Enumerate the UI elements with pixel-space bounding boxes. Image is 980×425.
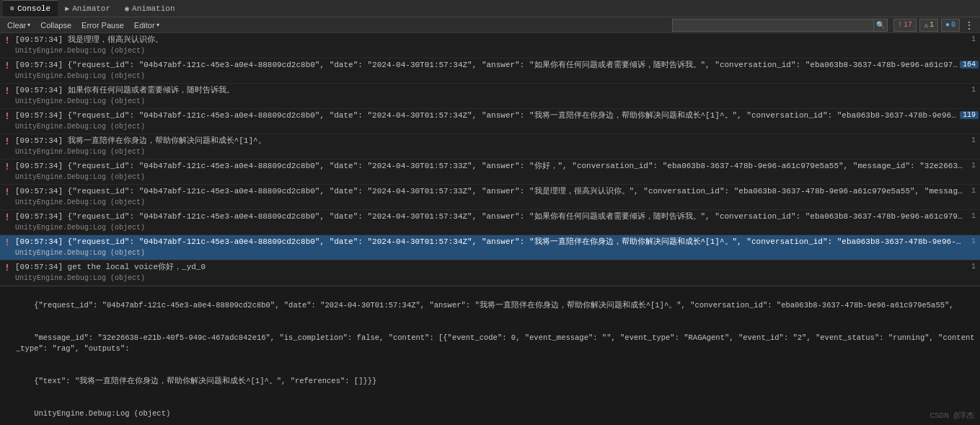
log-count: 1 xyxy=(964,237,979,245)
log-line1: [09:57:34] 我将一直陪伴在你身边，帮助你解决问题和成长^[1]^。 xyxy=(15,135,964,146)
error-icon: ! xyxy=(1,161,13,172)
log-count: 1 xyxy=(964,212,979,220)
log-content: [09:57:34] {"request_id": "04b47abf-121c… xyxy=(15,185,964,209)
error-badge-icon: ! xyxy=(898,21,902,29)
more-button[interactable]: ⋮ xyxy=(961,17,977,33)
log-count: 1 xyxy=(964,162,979,170)
log-entry[interactable]: ![09:57:34] {"request_id": "04b47abf-121… xyxy=(0,109,980,134)
log-container: ![09:57:34] 我是理理，很高兴认识你。UnityEngine.Debu… xyxy=(0,33,980,286)
error-pause-label: Error Pause xyxy=(81,21,124,30)
animator-icon: ▶ xyxy=(65,4,69,13)
log-line2: UnityEngine.Debug:Log (object) xyxy=(15,71,960,82)
log-entry[interactable]: ![09:57:34] {"request_id": "04b47abf-121… xyxy=(0,159,980,185)
tab-animator[interactable]: ▶ Animator xyxy=(58,0,118,17)
error-icon: ! xyxy=(1,85,13,97)
clear-caret: ▾ xyxy=(27,22,30,28)
log-line1: [09:57:34] {"request_id": "04b47abf-121c… xyxy=(15,185,964,197)
badge-group: ! 17 ⚠ 1 ● 0 xyxy=(893,19,960,32)
log-line2: UnityEngine.Debug:Log (object) xyxy=(15,96,964,108)
log-line1: [09:57:34] get the local voice你好，_yd_0 xyxy=(15,261,964,273)
error-icon: ! xyxy=(1,237,13,248)
clear-label: Clear xyxy=(7,21,26,30)
tab-bar: ≡ Console ▶ Animator ◉ Animation xyxy=(0,0,980,17)
log-entry[interactable]: ![09:57:34] get the local voice你好，_yd_0U… xyxy=(0,260,980,286)
error-icon: ! xyxy=(1,110,13,122)
log-line1: [09:57:34] 如果你有任何问题或者需要倾诉，随时告诉我。 xyxy=(15,84,964,96)
log-content: [09:57:34] {"request_id": "04b47abf-121c… xyxy=(15,236,964,259)
tab-animator-label: Animator xyxy=(72,4,110,13)
log-count: 1 xyxy=(964,86,979,94)
log-entry[interactable]: ![09:57:34] {"request_id": "04b47abf-121… xyxy=(0,235,980,260)
collapse-label: Collapse xyxy=(40,21,71,30)
error-icon: ! xyxy=(1,186,13,198)
search-icon: 🔍 xyxy=(874,19,888,32)
warn-badge[interactable]: ⚠ 1 xyxy=(919,19,938,32)
tab-animation[interactable]: ◉ Animation xyxy=(118,0,182,17)
log-content: [09:57:34] 我是理理，很高兴认识你。UnityEngine.Debug… xyxy=(15,34,964,57)
detail-text2: "message_id": "32e26638-e21b-40f5-949c-4… xyxy=(16,333,975,353)
error-icon: ! xyxy=(1,211,13,223)
log-line1: [09:57:34] {"request_id": "04b47abf-121c… xyxy=(15,160,964,172)
info-badge-count: 0 xyxy=(951,21,955,29)
log-line2: UnityEngine.Debug:Log (object) xyxy=(15,247,964,259)
log-count: 1 xyxy=(964,35,979,43)
log-line1: [09:57:34] {"request_id": "04b47abf-121c… xyxy=(15,59,960,71)
log-entry[interactable]: ![09:57:34] {"request_id": "04b47abf-121… xyxy=(0,210,980,235)
info-badge[interactable]: ● 0 xyxy=(941,19,960,32)
error-pause-button[interactable]: Error Pause xyxy=(77,18,128,32)
log-entry[interactable]: ![09:57:34] {"request_id": "04b47abf-121… xyxy=(0,185,980,210)
console-body: ![09:57:34] 我是理理，很高兴认识你。UnityEngine.Debu… xyxy=(0,33,980,425)
log-content: [09:57:34] {"request_id": "04b47abf-121c… xyxy=(15,211,964,234)
detail-text1: {"request_id": "04b47abf-121c-45e3-a0e4-… xyxy=(34,301,953,310)
editor-label: Editor xyxy=(134,21,155,30)
log-entry[interactable]: ![09:57:34] 如果你有任何问题或者需要倾诉，随时告诉我。UnityEn… xyxy=(0,84,980,109)
log-line2: UnityEngine.Debug:Log (object) xyxy=(15,45,964,57)
error-badge[interactable]: ! 17 xyxy=(893,19,917,32)
log-count: 164 xyxy=(960,61,979,69)
error-badge-count: 17 xyxy=(904,21,912,29)
log-line2: UnityEngine.Debug:Log (object) xyxy=(15,273,964,284)
log-content: [09:57:34] get the local voice你好，_yd_0Un… xyxy=(15,261,964,284)
log-count: 1 xyxy=(964,187,979,195)
warn-badge-icon: ⚠ xyxy=(924,21,928,30)
detail-text3: {"text": "我将一直陪伴在你身边，帮助你解决问题和成长^[1]^。", … xyxy=(34,377,376,385)
log-count: 119 xyxy=(960,111,979,119)
console-icon: ≡ xyxy=(10,5,14,13)
log-content: [09:57:34] 我将一直陪伴在你身边，帮助你解决问题和成长^[1]^。Un… xyxy=(15,135,964,158)
log-count: 1 xyxy=(964,263,979,271)
log-line2: UnityEngine.Debug:Log (object) xyxy=(15,146,964,158)
log-content: [09:57:34] 如果你有任何问题或者需要倾诉，随时告诉我。UnityEng… xyxy=(15,84,964,108)
error-icon: ! xyxy=(1,262,13,273)
tab-console-label: Console xyxy=(17,4,50,13)
detail-text4: UnityEngine.Debug:Log (object) xyxy=(34,409,170,418)
log-line1: [09:57:34] {"request_id": "04b47abf-121c… xyxy=(15,236,964,247)
log-entry[interactable]: ![09:57:34] 我是理理，很高兴认识你。UnityEngine.Debu… xyxy=(0,33,980,58)
editor-button[interactable]: Editor ▾ xyxy=(130,18,164,32)
info-badge-icon: ● xyxy=(945,21,950,29)
log-line2: UnityEngine.Debug:Log (object) xyxy=(15,121,960,133)
toolbar: Clear ▾ Collapse Error Pause Editor ▾ 🔍 … xyxy=(0,17,980,33)
detail-box: {"request_id": "04b47abf-121c-45e3-a0e4-… xyxy=(0,286,980,425)
log-entry[interactable]: ![09:57:34] 我将一直陪伴在你身边，帮助你解决问题和成长^[1]^。U… xyxy=(0,134,980,159)
error-icon: ! xyxy=(1,35,13,46)
log-line2: UnityEngine.Debug:Log (object) xyxy=(15,172,964,183)
editor-caret: ▾ xyxy=(156,22,159,28)
tab-console[interactable]: ≡ Console xyxy=(3,0,58,17)
animation-icon: ◉ xyxy=(125,4,129,13)
watermark: CSDN @淳杰 xyxy=(930,410,974,421)
log-line2: UnityEngine.Debug:Log (object) xyxy=(15,222,964,234)
tab-animation-label: Animation xyxy=(132,4,175,13)
log-line1: [09:57:34] {"request_id": "04b47abf-121c… xyxy=(15,211,964,222)
collapse-button[interactable]: Collapse xyxy=(36,18,76,32)
log-count: 1 xyxy=(964,136,979,144)
error-icon: ! xyxy=(1,60,13,71)
log-line2: UnityEngine.Debug:Log (object) xyxy=(15,197,964,209)
log-line1: [09:57:34] 我是理理，很高兴认识你。 xyxy=(15,34,964,45)
log-line1: [09:57:34] {"request_id": "04b47abf-121c… xyxy=(15,110,960,121)
clear-button[interactable]: Clear ▾ xyxy=(3,18,35,32)
error-icon: ! xyxy=(1,136,13,147)
warn-badge-count: 1 xyxy=(930,21,934,29)
search-area: 🔍 xyxy=(672,19,888,32)
log-entry[interactable]: ![09:57:34] {"request_id": "04b47abf-121… xyxy=(0,58,980,84)
search-input[interactable] xyxy=(672,19,874,32)
